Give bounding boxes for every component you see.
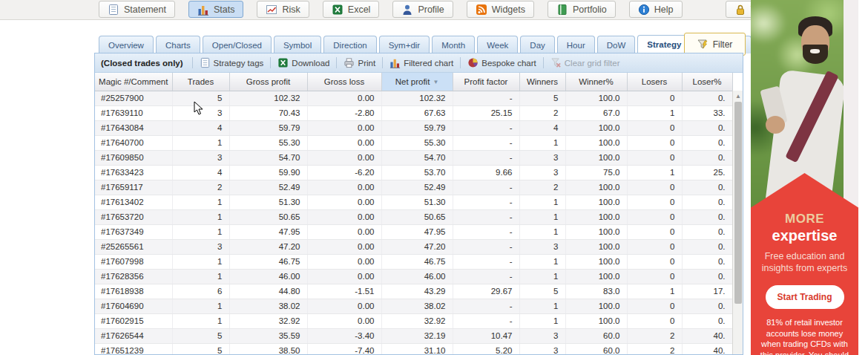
- magic-number-cell: #17639110: [95, 105, 172, 120]
- column-header-trades[interactable]: Trades: [172, 73, 229, 91]
- download-button[interactable]: Download: [271, 57, 336, 68]
- bespoke-chart-button[interactable]: Bespoke chart: [461, 57, 543, 68]
- column-header-label: Gross profit: [246, 77, 290, 86]
- strategy-tags-button[interactable]: Strategy tags: [193, 57, 271, 68]
- table-cell: 3: [172, 105, 229, 120]
- table-cell: 0: [627, 224, 682, 239]
- table-cell: 55.30: [381, 135, 453, 150]
- filtered-chart-button[interactable]: Filtered chart: [383, 57, 460, 68]
- table-cell: 0.: [682, 224, 732, 239]
- table-cell: 0.: [682, 195, 732, 209]
- profile-button[interactable]: Profile: [392, 1, 453, 18]
- table-cell: 1: [172, 269, 229, 284]
- button-label: Widgets: [492, 4, 525, 15]
- column-header-profit-factor[interactable]: Profit factor: [453, 73, 519, 91]
- excel-icon: [332, 4, 343, 16]
- table-cell: 3: [172, 150, 229, 165]
- toolbar-item-label: Strategy tags: [214, 59, 264, 68]
- help-button[interactable]: Help: [629, 1, 683, 18]
- vertical-scrollbar[interactable]: ▲: [732, 91, 743, 354]
- tab-strategy[interactable]: Strategy: [637, 35, 691, 53]
- start-trading-button[interactable]: Start Trading: [766, 285, 844, 309]
- table-cell: 2: [519, 180, 565, 195]
- magic-number-cell: #17609850: [95, 150, 172, 165]
- lock-icon: [734, 4, 746, 16]
- table-cell: 0.00: [307, 224, 381, 239]
- tab-sym-dir[interactable]: Sym+dir: [379, 36, 430, 53]
- statement-button[interactable]: Statement: [99, 1, 175, 18]
- column-header-label: Profit factor: [464, 77, 508, 86]
- table-cell: 0.00: [307, 91, 381, 105]
- column-header-loser[interactable]: Loser%: [682, 73, 732, 91]
- table-cell: 0.: [682, 299, 732, 313]
- risk-button[interactable]: Risk: [257, 1, 309, 18]
- table-cell: 0: [627, 135, 682, 150]
- table-cell: -1.51: [307, 284, 381, 299]
- button-label: Portfolio: [573, 4, 607, 15]
- table-row: #17653720150.650.0050.65-1100.000.: [95, 209, 732, 224]
- tab-symbol[interactable]: Symbol: [274, 36, 321, 53]
- ad-disclaimer: 81% of retail investor accounts lose mon…: [758, 317, 851, 355]
- column-header-magic-comment[interactable]: Magic #/Comment: [95, 73, 172, 91]
- column-header-label: Winners: [527, 77, 558, 86]
- stats-page: StatementStatsRiskExcelProfileWidgetsPor…: [0, 0, 868, 355]
- table-cell: 55.30: [229, 135, 307, 150]
- table-cell: 70.43: [229, 105, 307, 120]
- magic-number-cell: #17607998: [95, 254, 172, 269]
- table-cell: 54.70: [381, 150, 453, 165]
- button-label: Excel: [348, 4, 371, 15]
- column-header-winner[interactable]: Winner%: [565, 73, 627, 91]
- column-header-gross-profit[interactable]: Gross profit: [229, 73, 307, 91]
- table-cell: 0.: [682, 135, 732, 150]
- scroll-up-arrow-icon[interactable]: ▲: [734, 91, 743, 100]
- table-cell: 67.63: [381, 105, 453, 120]
- scrollbar-thumb[interactable]: [734, 102, 742, 304]
- clear-grid-filter-button: Clear grid filter: [544, 57, 627, 68]
- table-cell: 10.47: [453, 328, 519, 343]
- tab-charts[interactable]: Charts: [156, 36, 200, 53]
- tab-week[interactable]: Week: [477, 36, 518, 53]
- pie-chart-icon: [467, 57, 479, 68]
- tab-dow[interactable]: DoW: [597, 36, 636, 53]
- column-header-winners[interactable]: Winners: [519, 73, 565, 91]
- table-cell: 100.0: [565, 180, 627, 195]
- table-cell: 29.67: [453, 284, 519, 299]
- table-row: #17637349147.950.0047.95-1100.000.: [95, 224, 732, 239]
- button-label: Profile: [418, 4, 444, 15]
- clear-filter-icon: [550, 57, 562, 68]
- statement-icon: [108, 4, 119, 16]
- tab-day[interactable]: Day: [520, 36, 554, 53]
- stats-button[interactable]: Stats: [188, 1, 244, 18]
- profile-icon: [401, 4, 413, 16]
- tab-overview[interactable]: Overview: [99, 36, 154, 53]
- table-row: #17640700155.300.0055.30-1100.000.: [95, 135, 732, 150]
- table-cell: 25.: [682, 165, 732, 180]
- table-cell: 38.02: [381, 299, 453, 313]
- widgets-button[interactable]: Widgets: [467, 1, 534, 18]
- tab-hour[interactable]: Hour: [557, 36, 595, 53]
- portfolio-button[interactable]: Portfolio: [548, 1, 616, 18]
- table-cell: 100.0: [565, 209, 627, 224]
- magic-number-cell: #17618938: [95, 284, 172, 299]
- print-button[interactable]: Print: [337, 57, 382, 68]
- column-header-losers[interactable]: Losers: [627, 73, 682, 91]
- table-cell: 3: [519, 328, 565, 343]
- magic-number-cell: #17628356: [95, 269, 172, 284]
- sort-desc-icon: ▼: [433, 79, 438, 85]
- table-cell: 0: [627, 313, 682, 328]
- tab-direction[interactable]: Direction: [323, 36, 376, 53]
- tab-open-closed[interactable]: Open/Closed: [203, 36, 272, 53]
- tab-month[interactable]: Month: [432, 36, 475, 53]
- excel-button[interactable]: Excel: [323, 1, 380, 18]
- table-cell: 100.0: [565, 135, 627, 150]
- table-cell: 0.: [682, 150, 732, 165]
- column-header-gross-loss[interactable]: Gross loss: [307, 73, 381, 91]
- table-cell: 47.95: [381, 224, 453, 239]
- table-cell: 32.92: [381, 313, 453, 328]
- table-row: #25265561347.200.0047.20-3100.000.: [95, 239, 732, 254]
- column-header-net-profit[interactable]: Net profit▼: [381, 73, 453, 91]
- table-cell: 46.00: [229, 269, 307, 284]
- ad-banner[interactable]: MORE expertise Free education and insigh…: [751, 0, 858, 355]
- tags-icon: [200, 57, 211, 68]
- magic-number-cell: #17626544: [95, 328, 172, 343]
